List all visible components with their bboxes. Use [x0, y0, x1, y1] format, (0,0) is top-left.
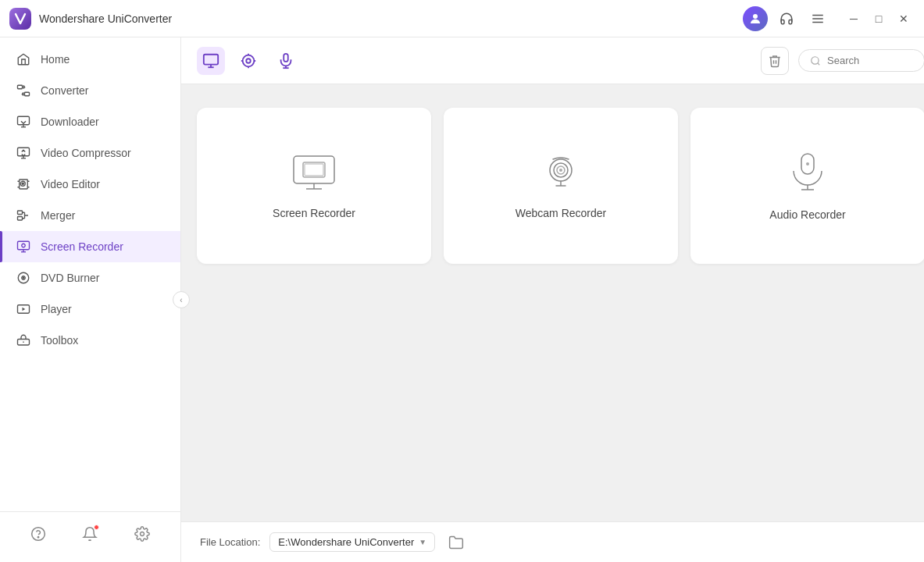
- svg-rect-5: [18, 85, 23, 89]
- svg-point-14: [22, 183, 23, 184]
- svg-point-50: [559, 169, 562, 172]
- content-toolbar: [181, 37, 924, 84]
- sidebar-item-converter[interactable]: Converter: [0, 75, 180, 106]
- svg-rect-0: [9, 8, 31, 30]
- svg-rect-17: [18, 217, 23, 221]
- user-avatar-button[interactable]: [743, 6, 768, 31]
- main-content: Screen Recorder Webcam Recorder: [181, 37, 924, 562]
- audio-recorder-card[interactable]: Audio Recorder: [690, 108, 924, 264]
- window-controls: ─ □ ✕: [843, 8, 915, 30]
- search-box: [798, 49, 924, 72]
- svg-point-36: [246, 59, 251, 63]
- svg-rect-32: [204, 54, 218, 64]
- svg-line-41: [818, 62, 820, 65]
- screen-recorder-card-label: Screen Recorder: [273, 207, 355, 219]
- svg-rect-42: [294, 156, 334, 183]
- sidebar-item-merger-label: Merger: [41, 209, 75, 222]
- sidebar-bottom: [0, 511, 180, 556]
- player-icon: [16, 301, 31, 317]
- close-button[interactable]: ✕: [893, 8, 915, 30]
- main-layout: Home Converter: [0, 37, 924, 562]
- svg-marker-26: [23, 308, 26, 311]
- svg-rect-6: [25, 92, 30, 96]
- svg-rect-18: [18, 241, 30, 250]
- sidebar-item-downloader-label: Downloader: [41, 116, 99, 128]
- svg-rect-45: [303, 162, 325, 177]
- headset-button[interactable]: [774, 6, 799, 31]
- audio-recorder-card-icon: [784, 151, 831, 196]
- webcam-recorder-card-icon: [537, 153, 584, 194]
- merger-icon: [16, 208, 31, 223]
- screen-recorder-card-icon: [291, 153, 337, 194]
- dvd-icon: [16, 270, 31, 286]
- audio-recorder-card-label: Audio Recorder: [769, 208, 845, 221]
- sidebar-item-dvd-label: DVD Burner: [41, 272, 99, 284]
- sidebar-item-merger[interactable]: Merger: [0, 200, 180, 231]
- home-icon: [16, 52, 31, 67]
- webcam-recorder-card-label: Webcam Recorder: [516, 207, 606, 219]
- editor-icon: [16, 176, 31, 192]
- search-icon: [810, 55, 821, 66]
- open-folder-button[interactable]: [444, 531, 468, 554]
- svg-point-31: [140, 532, 144, 536]
- notification-button[interactable]: [77, 521, 102, 546]
- title-bar-controls: ─ □ ✕: [743, 6, 915, 31]
- title-bar: Wondershare UniConverter ─ □ ✕: [0, 0, 924, 37]
- sidebar-collapse-button[interactable]: ‹: [173, 291, 190, 308]
- svg-point-29: [32, 528, 45, 541]
- cards-area: Screen Recorder Webcam Recorder: [181, 84, 924, 521]
- sidebar-item-downloader[interactable]: Downloader: [0, 106, 180, 137]
- audio-recorder-tab[interactable]: [272, 47, 300, 75]
- sidebar-item-compressor-label: Video Compressor: [41, 147, 131, 159]
- svg-rect-46: [305, 164, 323, 176]
- sidebar-item-converter-label: Converter: [41, 84, 88, 97]
- app-title: Wondershare UniConverter: [39, 12, 743, 25]
- webcam-recorder-tab[interactable]: [234, 47, 262, 75]
- converter-icon: [16, 83, 31, 98]
- sidebar-item-player[interactable]: Player: [0, 293, 180, 325]
- sidebar-item-home-label: Home: [41, 53, 70, 66]
- sidebar-item-toolbox-label: Toolbox: [41, 334, 78, 347]
- sidebar-item-dvd-burner[interactable]: DVD Burner: [0, 262, 180, 293]
- menu-button[interactable]: [805, 6, 830, 31]
- downloader-icon: [16, 114, 31, 130]
- file-path-text: E:\Wondershare UniConverter: [278, 536, 414, 548]
- sidebar-item-toolbox[interactable]: Toolbox: [0, 325, 180, 356]
- sidebar-item-player-label: Player: [41, 303, 72, 315]
- sidebar-item-video-compressor[interactable]: Video Compressor: [0, 137, 180, 169]
- webcam-recorder-card[interactable]: Webcam Recorder: [444, 108, 678, 264]
- sidebar-item-home[interactable]: Home: [0, 44, 180, 75]
- screen-recorder-card[interactable]: Screen Recorder: [197, 108, 431, 264]
- svg-rect-10: [18, 148, 30, 156]
- svg-rect-16: [18, 211, 23, 215]
- content-footer: File Location: E:\Wondershare UniConvert…: [181, 521, 924, 562]
- file-path-box[interactable]: E:\Wondershare UniConverter ▼: [269, 532, 435, 552]
- svg-point-54: [806, 162, 809, 165]
- toolbox-icon: [16, 333, 31, 348]
- settings-bottom-button[interactable]: [130, 521, 155, 546]
- app-logo: [9, 8, 31, 30]
- screen-recorder-icon: [16, 239, 31, 254]
- svg-point-30: [37, 537, 38, 538]
- file-location-label: File Location:: [200, 536, 260, 548]
- delete-button[interactable]: [761, 47, 789, 75]
- sidebar-item-video-editor[interactable]: Video Editor: [0, 169, 180, 200]
- help-button[interactable]: [26, 521, 51, 546]
- svg-point-40: [812, 56, 819, 63]
- screen-recorder-tab[interactable]: [197, 47, 225, 75]
- minimize-button[interactable]: ─: [843, 8, 865, 30]
- sidebar-item-screen-recorder-label: Screen Recorder: [41, 240, 123, 253]
- svg-rect-37: [284, 53, 288, 61]
- maximize-button[interactable]: □: [868, 8, 890, 30]
- compress-icon: [16, 145, 31, 161]
- sidebar-item-screen-recorder[interactable]: Screen Recorder: [0, 231, 180, 262]
- svg-point-35: [243, 55, 255, 66]
- svg-point-19: [22, 244, 26, 247]
- path-dropdown-arrow: ▼: [419, 538, 426, 546]
- search-input[interactable]: [827, 55, 913, 66]
- svg-point-1: [753, 14, 758, 19]
- svg-point-24: [23, 277, 24, 279]
- sidebar: Home Converter: [0, 37, 181, 562]
- sidebar-item-editor-label: Video Editor: [41, 178, 100, 190]
